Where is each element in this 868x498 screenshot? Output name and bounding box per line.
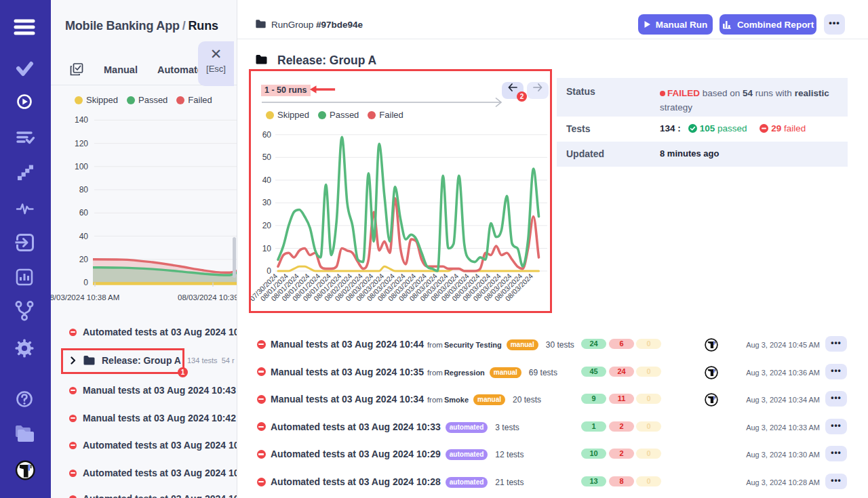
- svg-text:20: 20: [262, 221, 272, 230]
- svg-text:08/03/2024 10:38 AM: 08/03/2024 10:38 AM: [51, 293, 119, 302]
- svg-text:60: 60: [262, 130, 272, 140]
- svg-text:80: 80: [79, 185, 89, 194]
- svg-text:0: 0: [83, 278, 88, 287]
- svg-text:08/03/2024 10:39 AM: 08/03/2024 10:39 AM: [178, 293, 237, 302]
- svg-text:10: 10: [262, 244, 272, 253]
- svg-text:20: 20: [79, 255, 89, 264]
- svg-text:40: 40: [79, 232, 89, 241]
- svg-text:140: 140: [75, 115, 88, 125]
- svg-text:120: 120: [75, 139, 88, 148]
- svg-text:40: 40: [262, 175, 272, 185]
- svg-text:60: 60: [79, 208, 89, 217]
- svg-text:100: 100: [75, 162, 88, 171]
- svg-text:30: 30: [262, 198, 272, 207]
- svg-text:50: 50: [262, 152, 272, 162]
